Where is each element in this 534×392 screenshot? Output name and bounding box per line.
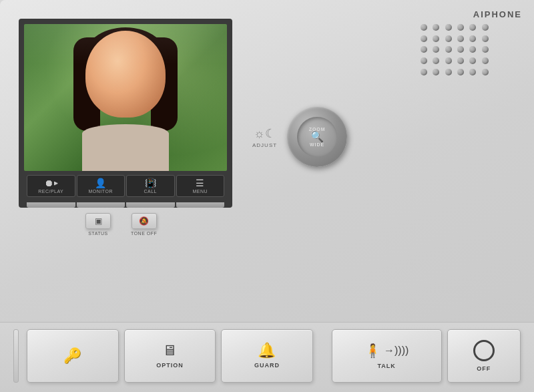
adjust-label: ADJUST xyxy=(252,142,277,148)
side-controls: ☼☾ ADJUST ZOOM 🔍 WIDE xyxy=(246,107,515,167)
speaker-dot xyxy=(433,46,439,53)
speaker-dot xyxy=(482,24,489,31)
bell-icon: 🔔 xyxy=(258,343,276,358)
talk-button[interactable]: 🧍 →)))) TALK xyxy=(332,329,442,383)
lock-button[interactable]: 🔑 xyxy=(27,329,119,383)
speaker-dot xyxy=(482,46,489,53)
monitor-button[interactable]: 👤 MONITOR xyxy=(77,175,125,197)
tab-1 xyxy=(27,202,75,208)
status-button-group: ▣ STATUS xyxy=(85,213,111,236)
left-indicator-strip xyxy=(13,329,19,383)
speaker-dot xyxy=(421,46,427,53)
speaker-dot xyxy=(482,69,489,75)
speaker-dot xyxy=(469,46,476,53)
speaker-dot xyxy=(445,46,452,53)
speaker-dot xyxy=(469,57,476,64)
video-screen xyxy=(24,24,227,171)
monitor-label: MONITOR xyxy=(89,189,113,194)
guard-label: GUARD xyxy=(254,362,280,369)
button-tabs xyxy=(24,202,227,208)
call-icon: 📳 xyxy=(145,178,156,188)
menu-label: MENU xyxy=(192,189,208,194)
speaker-dot xyxy=(433,24,439,31)
monitor-icon: 👤 xyxy=(95,178,106,188)
speaker-dot xyxy=(445,57,452,64)
speaker-dot xyxy=(421,69,427,75)
zoom-inner: ZOOM 🔍 WIDE xyxy=(297,117,337,157)
rec-play-icon: ⏺▶ xyxy=(44,178,58,188)
speaker-dot xyxy=(469,69,476,75)
person-display xyxy=(59,24,192,171)
tone-off-button-group: 🔕 TONE OFF xyxy=(131,213,157,236)
option-button[interactable]: 🖥 OPTION xyxy=(124,329,216,383)
off-circle-icon xyxy=(473,340,495,361)
speaker-dot xyxy=(421,35,427,42)
speaker-grille xyxy=(415,19,495,92)
talk-label: TALK xyxy=(377,363,395,369)
speaker-dot xyxy=(457,24,464,31)
middle-section: ▣ STATUS 🔕 TONE OFF xyxy=(0,208,534,241)
key-icon: 🔑 xyxy=(63,349,81,363)
tone-off-button[interactable]: 🔕 xyxy=(131,213,157,229)
brand-label: AIPHONE xyxy=(473,9,522,19)
wide-label: WIDE xyxy=(310,142,324,147)
screen-panel: ⏺▶ REC/PLAY 👤 MONITOR 📳 CALL ☰ MENU xyxy=(19,19,232,208)
rec-play-label: REC/PLAY xyxy=(38,189,63,194)
tone-off-icon: 🔕 xyxy=(139,216,149,226)
zoom-dial[interactable]: ZOOM 🔍 WIDE xyxy=(287,107,347,167)
option-label: OPTION xyxy=(156,362,184,369)
monitor-small-icon: 🖥 xyxy=(162,343,177,358)
bottom-section: 🔑 🖥 OPTION 🔔 GUARD 🧍 →)))) TALK OFF xyxy=(0,322,534,392)
top-section: ⏺▶ REC/PLAY 👤 MONITOR 📳 CALL ☰ MENU xyxy=(0,0,534,208)
status-icon: ▣ xyxy=(95,216,102,226)
person-talk-icon: 🧍 xyxy=(364,343,381,359)
off-button[interactable]: OFF xyxy=(447,329,521,383)
call-label: CALL xyxy=(144,189,157,194)
screen-controls-row: ⏺▶ REC/PLAY 👤 MONITOR 📳 CALL ☰ MENU xyxy=(24,171,227,201)
tab-4 xyxy=(176,202,225,208)
status-label: STATUS xyxy=(88,231,108,236)
speaker-dot xyxy=(433,35,439,42)
speaker-dot xyxy=(482,57,489,64)
tone-off-label: TONE OFF xyxy=(131,231,157,236)
guard-button[interactable]: 🔔 GUARD xyxy=(221,329,313,383)
tab-2 xyxy=(77,202,125,208)
speaker-dot xyxy=(457,69,464,75)
tab-3 xyxy=(126,202,175,208)
adjust-control: ☼☾ ADJUST xyxy=(252,126,277,148)
speaker-dot xyxy=(457,35,464,42)
menu-icon: ☰ xyxy=(196,178,204,188)
arrow-waves-icon: →)))) xyxy=(384,345,409,357)
call-button[interactable]: 📳 CALL xyxy=(126,175,175,197)
speaker-dot xyxy=(445,24,452,31)
off-label: OFF xyxy=(477,365,491,372)
brightness-icon: ☼☾ xyxy=(254,126,276,141)
speaker-dot xyxy=(445,69,452,75)
status-button[interactable]: ▣ xyxy=(85,213,111,229)
right-panel: ☼☾ ADJUST ZOOM 🔍 WIDE xyxy=(246,19,515,167)
speaker-dot xyxy=(445,35,452,42)
menu-button[interactable]: ☰ MENU xyxy=(176,175,225,197)
magnify-icon: 🔍 xyxy=(310,132,324,142)
speaker-dot xyxy=(482,35,489,42)
intercom-device: AIPHONE ⏺▶ REC/PLAY xyxy=(0,0,534,392)
speaker-dot xyxy=(433,69,439,75)
speaker-dot xyxy=(457,57,464,64)
speaker-dot xyxy=(469,24,476,31)
speaker-dot xyxy=(421,24,427,31)
speaker-dot xyxy=(421,57,427,64)
small-button-group: ▣ STATUS 🔕 TONE OFF xyxy=(85,213,157,236)
rec-play-button[interactable]: ⏺▶ REC/PLAY xyxy=(27,175,75,197)
speaker-dot xyxy=(469,35,476,42)
button-spacer xyxy=(318,329,326,383)
speaker-dot xyxy=(433,57,439,64)
speaker-dot xyxy=(457,46,464,53)
